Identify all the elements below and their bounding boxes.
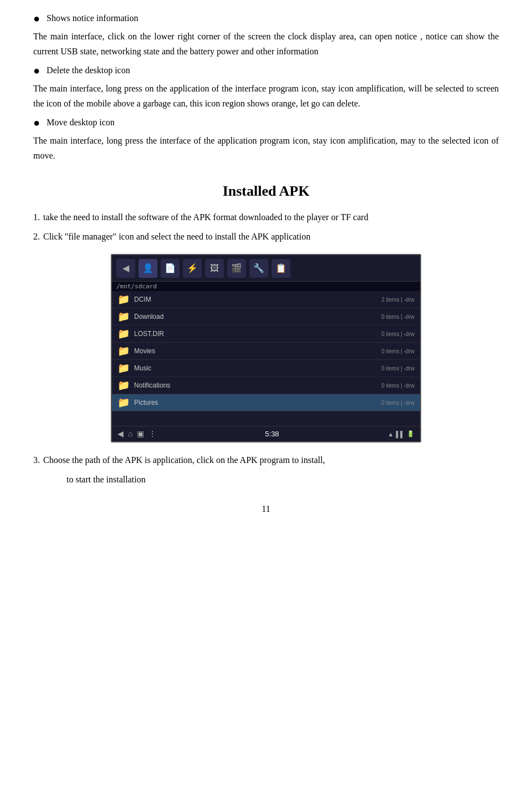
folder-icon-dcim: 📁 [117,293,130,306]
toolbar-back-icon[interactable]: ◀ [116,259,135,278]
toolbar-file-icon[interactable]: 📋 [272,259,290,278]
bullet-dot-3: ● [33,116,40,129]
nav-menu-icon[interactable]: ⋮ [149,429,156,439]
toolbar-doc-icon[interactable]: 📄 [161,259,180,278]
file-info-music: 0 items | -drw [381,365,415,372]
move-desktop-body: The main interface, long press the inter… [33,133,499,163]
battery-icon: 🔋 [407,430,415,437]
toolbar-image-icon[interactable]: 🖼 [205,259,224,278]
file-info-notifications: 0 items | -drw [381,383,415,389]
number-3: 3. [33,452,40,467]
screenshot-path: /mnt/sdcard [112,282,420,291]
file-row-music[interactable]: 📁 Music 0 items | -drw [112,360,420,377]
delete-desktop-body: The main interface, long press on the ap… [33,81,499,111]
bullet-move-desktop: ● Move desktop icon [33,115,499,130]
folder-icon-lostdir: 📁 [117,328,130,340]
file-row-pictures[interactable]: 📁 Pictures 0 items | -drw [112,394,420,411]
folder-icon-music: 📁 [117,362,130,374]
bullet-label-2: Delete the desktop icon [47,63,130,78]
toolbar-person-icon[interactable]: 👤 [139,259,157,278]
bullet-dot-1: ● [33,12,40,25]
statusbar-nav: ◀ ⌂ ▣ ⋮ [117,429,156,439]
file-row-dcim[interactable]: 📁 DCIM 2 items | -drw [112,291,420,308]
folder-icon-movies: 📁 [117,345,130,357]
screenshot-statusbar: ◀ ⌂ ▣ ⋮ 5:38 ▲ ▌▌ 🔋 [112,426,420,441]
statusbar-icons: ▲ ▌▌ 🔋 [388,430,415,437]
wifi-icon: ▲ [388,431,394,437]
file-info-lostdir: 0 items | -drw [381,331,415,337]
file-name-lostdir: LOST.DIR [134,330,377,338]
page-number: 11 [33,504,499,514]
screenshot-toolbar: ◀ 👤 📄 ⚡ 🖼 🎬 🔧 📋 [112,255,420,282]
file-row-movies[interactable]: 📁 Movies 0 items | -drw [112,343,420,360]
file-name-pictures: Pictures [134,399,377,406]
file-row-download[interactable]: 📁 Download 0 items | -drw [112,308,420,325]
bullet-delete-desktop: ● Delete the desktop icon [33,63,499,78]
bullet-label-1: Shows notice information [47,11,138,26]
nav-home-icon[interactable]: ⌂ [128,430,132,439]
bullet-label-3: Move desktop icon [47,115,115,130]
file-info-pictures: 0 items | -drw [381,400,415,406]
bullet-dot-2: ● [33,64,40,77]
toolbar-usb-icon[interactable]: ⚡ [183,259,202,278]
file-name-download: Download [134,313,377,320]
section-heading: Installed APK [33,183,499,200]
file-name-movies: Movies [134,347,377,355]
toolbar-wrench-icon[interactable]: 🔧 [249,259,268,278]
numbered-content-1: take the need to install the software of… [43,210,369,225]
folder-icon-download: 📁 [117,311,130,323]
file-info-movies: 0 items | -drw [381,348,415,354]
file-row-notifications[interactable]: 📁 Notifications 0 items | -drw [112,377,420,394]
statusbar-time: 5:38 [265,430,279,438]
numbered-item-1: 1. take the need to install the software… [33,210,499,225]
file-name-dcim: DCIM [134,296,377,303]
numbered-item-3: 3. Choose the path of the APK is applica… [33,452,499,467]
number-2: 2. [33,229,40,244]
number-1: 1. [33,210,40,225]
shows-notice-body: The main interface, click on the lower r… [33,29,499,59]
folder-icon-pictures: 📁 [117,396,130,409]
file-info-dcim: 2 items | -drw [381,297,415,303]
sub-item-3: to start the installation [33,472,499,487]
screenshot-file-list: 📁 DCIM 2 items | -drw 📁 Download 0 items… [112,291,420,426]
signal-icon: ▌▌ [396,431,405,437]
file-info-download: 0 items | -drw [381,314,415,320]
file-manager-screenshot: ◀ 👤 📄 ⚡ 🖼 🎬 🔧 📋 /mnt/sdcard 📁 DCIM 2 ite… [111,254,421,442]
screenshot-container: ◀ 👤 📄 ⚡ 🖼 🎬 🔧 📋 /mnt/sdcard 📁 DCIM 2 ite… [33,254,499,442]
file-row-lostdir[interactable]: 📁 LOST.DIR 0 items | -drw [112,325,420,343]
numbered-content-2: Click "file manager" icon and select the… [43,229,310,244]
nav-recent-icon[interactable]: ▣ [137,429,144,439]
folder-icon-notifications: 📁 [117,379,130,391]
bullet-shows-notice: ● Shows notice information [33,11,499,26]
toolbar-video-icon[interactable]: 🎬 [227,259,246,278]
file-name-notifications: Notifications [134,381,377,389]
numbered-item-2: 2. Click "file manager" icon and select … [33,229,499,244]
nav-back-icon[interactable]: ◀ [117,429,124,439]
numbered-content-3: Choose the path of the APK is applicatio… [43,452,325,467]
file-name-music: Music [134,364,377,372]
